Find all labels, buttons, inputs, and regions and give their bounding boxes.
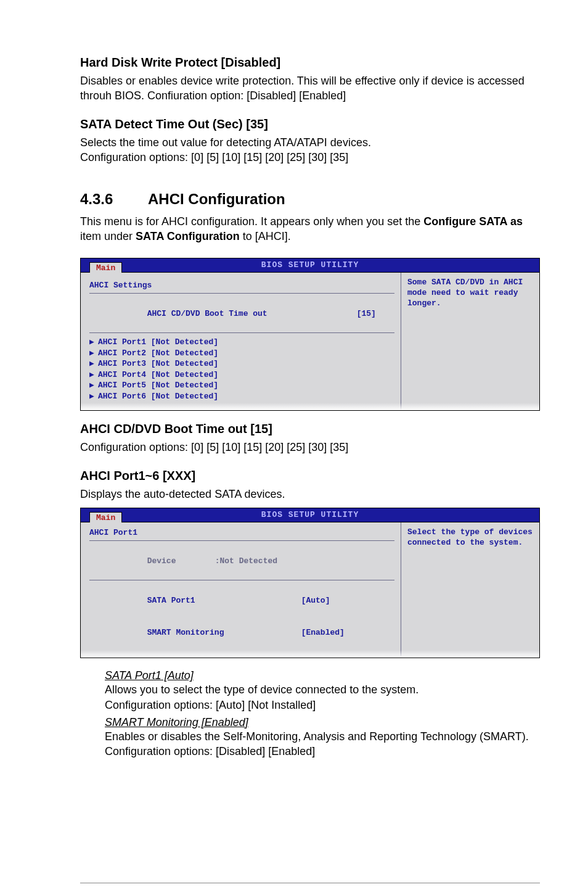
bios-port-row[interactable]: ▶AHCI Port1 [Not Detected] <box>89 337 394 348</box>
bios-divider <box>89 580 394 580</box>
sub-line1: Enables or disables the Self-Monitoring,… <box>105 730 529 757</box>
bios-port-row[interactable]: ▶AHCI Port2 [Not Detected] <box>89 348 394 359</box>
bios-divider <box>89 332 394 333</box>
section-heading-ahci-config: 4.3.6AHCI Configuration <box>80 191 540 208</box>
bios-port-label: AHCI Port2 [Not Detected] <box>98 349 218 358</box>
intro-post: to [AHCI]. <box>240 230 291 242</box>
triangle-right-icon: ▶ <box>89 337 98 348</box>
bios-utility-title: BIOS SETUP UTILITY <box>261 510 359 519</box>
triangle-right-icon: ▶ <box>89 391 98 402</box>
bios-row-device: Device:Not Detected <box>89 545 394 577</box>
section-intro: This menu is for AHCI configuration. It … <box>80 214 540 244</box>
sub-body-sata-port1: Allows you to select the type of device … <box>105 682 540 712</box>
heading-ahci-boot-timeout: AHCI CD/DVD Boot Time out [15] <box>80 422 540 436</box>
heading-ahci-port-range: AHCI Port1~6 [XXX] <box>80 469 540 483</box>
bios-row-boot-timeout[interactable]: AHCI CD/DVD Boot Time out[15] <box>89 297 394 330</box>
intro-bold2: SATA Configuration <box>136 230 240 242</box>
bios-device-label: Device <box>147 556 215 567</box>
bios-screenshot-ahci-port1: BIOS SETUP UTILITY Main AHCI Port1 Devic… <box>80 508 540 658</box>
bios-port-row[interactable]: ▶AHCI Port3 [Not Detected] <box>89 358 394 369</box>
triangle-right-icon: ▶ <box>89 369 98 381</box>
sub-heading-smart-monitoring: SMART Monitoring [Enabled] <box>105 716 540 729</box>
triangle-right-icon: ▶ <box>89 348 98 359</box>
bios-row-label: AHCI CD/DVD Boot Time out <box>147 308 301 320</box>
bios-help-panel: Select the type of devices connected to … <box>401 522 539 658</box>
bios-row-sata-port1[interactable]: SATA Port1[Auto] <box>89 584 394 617</box>
bios-titlebar: BIOS SETUP UTILITY Main <box>81 258 539 273</box>
bios-row-smart-monitoring[interactable]: SMART Monitoring[Enabled] <box>89 617 394 650</box>
intro-pre: This menu is for AHCI configuration. It … <box>80 215 423 228</box>
sub-line2: Configuration options: [Auto] [Not Insta… <box>105 699 316 711</box>
bios-row-label: SMART Monitoring <box>147 627 301 638</box>
body-ahci-port-range: Displays the auto-detected SATA devices. <box>80 487 540 501</box>
bios-row-value: [15] <box>357 308 376 320</box>
bios-row-value: [Auto] <box>301 595 330 606</box>
page-footer: 4-14 Chapter 4: BIOS setup <box>80 883 540 888</box>
bios-help-panel: Some SATA CD/DVD in AHCI mode need to wa… <box>401 273 539 410</box>
bios-port-label: AHCI Port3 [Not Detected] <box>98 359 218 368</box>
bios-tab-main[interactable]: Main <box>89 262 122 273</box>
section-title: AHCI Configuration <box>148 191 285 207</box>
bios-port-row[interactable]: ▶AHCI Port4 [Not Detected] <box>89 369 394 381</box>
intro-mid: item under <box>80 230 136 242</box>
bios-port-label: AHCI Port5 [Not Detected] <box>98 381 218 390</box>
triangle-right-icon: ▶ <box>89 380 98 391</box>
bios-port-label: AHCI Port6 [Not Detected] <box>98 392 218 401</box>
bios-divider <box>89 293 394 294</box>
bios-device-value: :Not Detected <box>215 556 277 566</box>
body-sata-line1: Selects the time out value for detecting… <box>80 136 371 149</box>
bios-port-row[interactable]: ▶AHCI Port5 [Not Detected] <box>89 380 394 391</box>
body-sata-line2: Configuration options: [0] [5] [10] [15]… <box>80 151 348 163</box>
bios-port-label: AHCI Port4 [Not Detected] <box>98 370 218 379</box>
bios-frame-title: AHCI Port1 <box>89 527 394 538</box>
bios-frame-title: AHCI Settings <box>89 280 394 291</box>
heading-sata-detect-timeout: SATA Detect Time Out (Sec) [35] <box>80 117 540 131</box>
section-number: 4.3.6 <box>80 191 148 208</box>
sub-line1: Allows you to select the type of device … <box>105 683 419 696</box>
triangle-right-icon: ▶ <box>89 358 98 369</box>
heading-hard-disk-write-protect: Hard Disk Write Protect [Disabled] <box>80 56 540 70</box>
bios-screenshot-ahci-settings: BIOS SETUP UTILITY Main AHCI Settings AH… <box>80 258 540 411</box>
body-hard-disk-write-protect: Disables or enables device write protect… <box>80 73 540 104</box>
bios-port-label: AHCI Port1 [Not Detected] <box>98 337 218 347</box>
bios-tab-main[interactable]: Main <box>89 512 122 522</box>
bios-port-row[interactable]: ▶AHCI Port6 [Not Detected] <box>89 391 394 402</box>
sub-body-smart-monitoring: Enables or disables the Self-Monitoring,… <box>105 729 540 759</box>
bios-divider <box>89 540 394 541</box>
bios-utility-title: BIOS SETUP UTILITY <box>261 260 359 270</box>
intro-bold1: Configure SATA as <box>423 215 523 228</box>
body-ahci-boot-timeout: Configuration options: [0] [5] [10] [15]… <box>80 440 540 455</box>
bios-row-label: SATA Port1 <box>147 595 301 606</box>
body-sata-detect-timeout: Selects the time out value for detecting… <box>80 135 540 165</box>
bios-row-value: [Enabled] <box>301 627 345 638</box>
sub-heading-sata-port1: SATA Port1 [Auto] <box>105 669 540 682</box>
bios-titlebar: BIOS SETUP UTILITY Main <box>81 508 539 522</box>
